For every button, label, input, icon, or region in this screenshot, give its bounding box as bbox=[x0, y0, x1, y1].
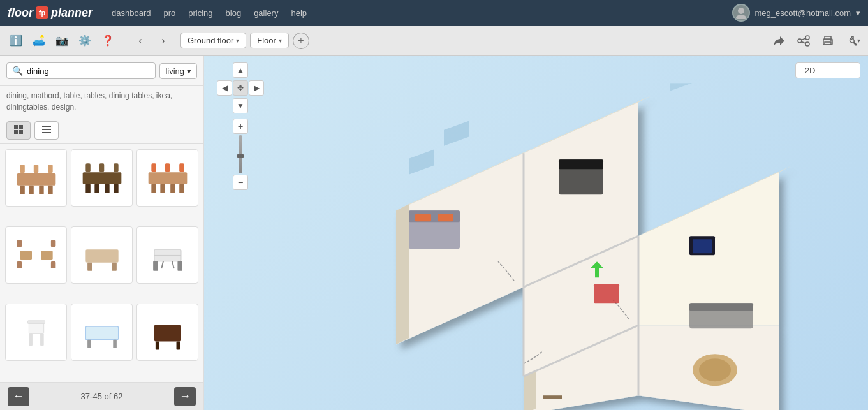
svg-rect-34 bbox=[148, 172, 187, 184]
floor-type-button[interactable]: Floor ▾ bbox=[250, 33, 289, 48]
svg-rect-20 bbox=[48, 186, 52, 194]
share-button[interactable] bbox=[770, 31, 789, 50]
svg-rect-47 bbox=[50, 261, 55, 268]
list-item[interactable] bbox=[136, 304, 198, 361]
list-item[interactable] bbox=[136, 149, 198, 207]
pan-up-button[interactable]: ▲ bbox=[233, 62, 248, 78]
list-item[interactable] bbox=[5, 304, 67, 361]
svg-rect-66 bbox=[176, 341, 180, 349]
category-arrow: ▾ bbox=[187, 66, 191, 76]
user-email: meg_escott@hotmail.com bbox=[755, 8, 851, 18]
svg-rect-54 bbox=[177, 261, 182, 271]
svg-point-0 bbox=[738, 8, 744, 14]
svg-rect-64 bbox=[154, 325, 181, 341]
svg-rect-58 bbox=[29, 333, 33, 346]
svg-rect-37 bbox=[160, 184, 165, 193]
view-mode-selector bbox=[0, 117, 203, 144]
top-navigation: floor fp planner dashboard pro pricing b… bbox=[0, 0, 868, 26]
svg-rect-43 bbox=[41, 251, 53, 260]
items-grid bbox=[0, 144, 203, 382]
search-input[interactable] bbox=[27, 66, 150, 76]
help-button[interactable]: ❓ bbox=[98, 31, 117, 50]
info-button[interactable]: ℹ️ bbox=[6, 31, 26, 50]
settings-button[interactable]: ⚙️ bbox=[75, 31, 94, 50]
list-view-button[interactable] bbox=[34, 121, 59, 140]
list-item[interactable] bbox=[71, 149, 133, 207]
zoom-in-button[interactable]: + bbox=[233, 119, 248, 134]
svg-rect-26 bbox=[82, 172, 121, 184]
svg-rect-17 bbox=[42, 132, 51, 133]
logo[interactable]: floor fp planner bbox=[8, 6, 92, 20]
nav-pro[interactable]: pro bbox=[163, 8, 175, 18]
nav-gallery[interactable]: gallery bbox=[254, 8, 278, 18]
3d-label: 3D bbox=[833, 66, 844, 75]
view-mode-toggle: 2D 3D ▾ bbox=[795, 62, 860, 78]
pan-center-button[interactable]: ✥ bbox=[233, 80, 248, 96]
svg-rect-32 bbox=[99, 163, 103, 172]
svg-point-3 bbox=[805, 36, 809, 40]
svg-rect-99 bbox=[689, 303, 753, 311]
nav-next-button[interactable]: › bbox=[154, 31, 173, 50]
svg-rect-63 bbox=[113, 340, 117, 348]
user-dropdown-arrow: ▾ bbox=[856, 8, 860, 18]
3d-view-button[interactable]: 3D ▾ bbox=[824, 63, 860, 78]
svg-rect-90 bbox=[415, 214, 431, 221]
toolbar: ℹ️ 🛋️ 📷 ⚙️ ❓ ‹ › Ground floor ▾ Floor ▾ … bbox=[0, 26, 868, 56]
list-item[interactable] bbox=[71, 304, 133, 361]
nav-dashboard[interactable]: dashboard bbox=[112, 8, 151, 18]
svg-rect-8 bbox=[825, 36, 831, 40]
grid-view-button[interactable] bbox=[6, 121, 31, 140]
logo-text-2: planner bbox=[51, 6, 92, 20]
ground-floor-label: Ground floor bbox=[188, 36, 233, 45]
nav-prev-button[interactable]: ‹ bbox=[131, 31, 150, 50]
svg-rect-9 bbox=[825, 42, 831, 45]
svg-rect-11 bbox=[14, 125, 18, 129]
svg-rect-15 bbox=[42, 126, 51, 127]
svg-line-55 bbox=[161, 261, 163, 268]
svg-rect-33 bbox=[114, 163, 118, 172]
list-item[interactable] bbox=[5, 226, 67, 284]
category-dropdown[interactable]: living ▾ bbox=[159, 63, 197, 79]
search-icon: 🔍 bbox=[12, 66, 23, 76]
furniture-button[interactable]: 🛋️ bbox=[29, 31, 48, 50]
prev-page-button[interactable]: ← bbox=[8, 387, 29, 406]
zoom-slider[interactable] bbox=[239, 135, 242, 173]
tools-button[interactable]: ▾ bbox=[842, 31, 862, 50]
zoom-out-button[interactable]: − bbox=[233, 175, 248, 190]
svg-rect-42 bbox=[20, 251, 32, 260]
add-floor-button[interactable]: + bbox=[293, 33, 309, 49]
next-page-button[interactable]: → bbox=[174, 387, 196, 406]
svg-rect-45 bbox=[50, 240, 55, 247]
category-label: living bbox=[165, 66, 184, 76]
nav-blog[interactable]: blog bbox=[226, 8, 242, 18]
2d-view-button[interactable]: 2D bbox=[796, 63, 825, 78]
pan-down-button[interactable]: ▼ bbox=[233, 98, 248, 113]
svg-rect-36 bbox=[179, 184, 184, 193]
svg-rect-16 bbox=[42, 129, 51, 130]
nav-help[interactable]: help bbox=[291, 8, 307, 18]
toolbar-right: ▾ bbox=[770, 31, 862, 50]
list-item[interactable] bbox=[71, 226, 133, 284]
svg-rect-53 bbox=[153, 261, 158, 271]
photo-button[interactable]: 📷 bbox=[52, 31, 71, 50]
svg-rect-30 bbox=[105, 184, 109, 193]
print-button[interactable] bbox=[818, 31, 837, 50]
svg-rect-24 bbox=[33, 165, 38, 173]
floor-type-label: Floor bbox=[257, 36, 276, 45]
svg-rect-14 bbox=[19, 130, 23, 134]
list-item[interactable] bbox=[5, 149, 67, 207]
pan-right-button[interactable]: ▶ bbox=[249, 80, 264, 96]
floor-dropdown-arrow: ▾ bbox=[236, 37, 239, 44]
floor-plan-canvas bbox=[345, 83, 823, 410]
user-menu[interactable]: meg_escott@hotmail.com ▾ bbox=[732, 4, 860, 22]
list-item[interactable] bbox=[136, 226, 198, 284]
nav-pricing[interactable]: pricing bbox=[188, 8, 212, 18]
social-share-button[interactable] bbox=[794, 31, 813, 50]
main-content: 🔍 living ▾ dining, matbord, table, table… bbox=[0, 56, 868, 410]
pan-left-button[interactable]: ◀ bbox=[217, 80, 232, 96]
ground-floor-button[interactable]: Ground floor ▾ bbox=[180, 33, 246, 48]
svg-rect-13 bbox=[14, 130, 18, 134]
svg-rect-25 bbox=[48, 165, 52, 173]
svg-line-6 bbox=[802, 41, 805, 43]
canvas-area[interactable]: ▲ ◀ ✥ ▶ ▼ + − 2D 3D ▾ bbox=[204, 56, 868, 410]
